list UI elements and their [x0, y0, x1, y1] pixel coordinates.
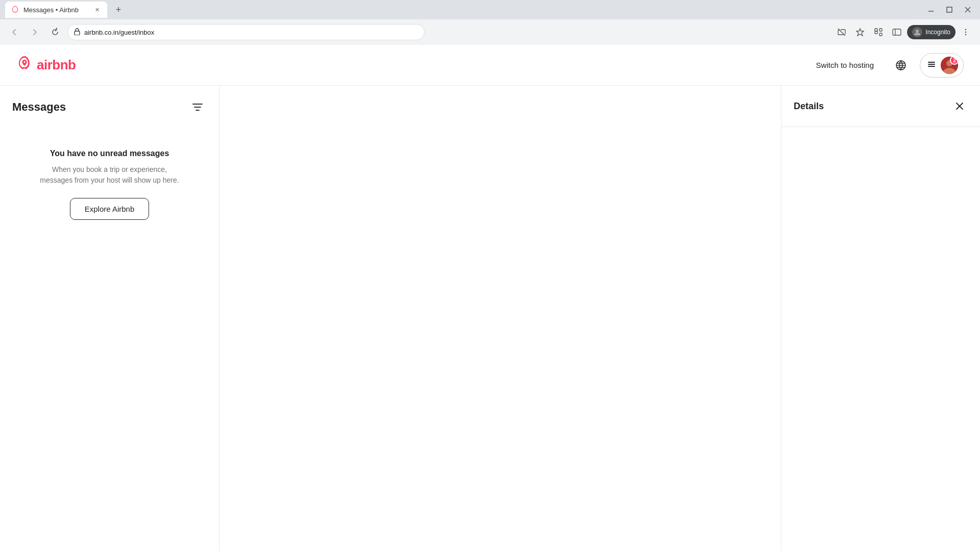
- browser-titlebar: Messages • Airbnb ✕ +: [0, 0, 980, 19]
- extensions-icon[interactable]: [870, 24, 887, 40]
- refresh-button[interactable]: [47, 24, 63, 40]
- messages-panel: Messages You have no unread messages Whe…: [0, 86, 219, 551]
- close-window-button[interactable]: [961, 3, 975, 17]
- svg-marker-6: [856, 29, 864, 36]
- minimize-button[interactable]: [924, 3, 938, 17]
- tab-favicon: [11, 6, 19, 14]
- language-selector-button[interactable]: [890, 55, 912, 76]
- star-icon[interactable]: [852, 24, 868, 40]
- hamburger-icon: [927, 60, 936, 70]
- incognito-label: Incognito: [925, 29, 950, 36]
- tab-title: Messages • Airbnb: [23, 6, 79, 14]
- svg-rect-11: [893, 29, 901, 35]
- address-bar[interactable]: airbnb.co.in/guest/inbox: [67, 24, 425, 40]
- camera-off-icon[interactable]: [834, 24, 850, 40]
- switch-to-hosting-button[interactable]: Switch to hosting: [808, 56, 882, 74]
- airbnb-logo-icon: [16, 55, 33, 76]
- window-controls: [924, 3, 975, 17]
- messages-panel-title: Messages: [12, 101, 66, 114]
- airbnb-header: airbnb Switch to hosting: [0, 45, 980, 86]
- svg-rect-10: [875, 29, 877, 31]
- airbnb-nav-right: Switch to hosting: [808, 53, 964, 78]
- empty-messages-state: You have no unread messages When you boo…: [8, 129, 211, 240]
- maximize-button[interactable]: [942, 3, 957, 17]
- svg-rect-4: [75, 31, 80, 35]
- new-tab-button[interactable]: +: [111, 3, 126, 17]
- profile-avatar: 2: [941, 57, 958, 74]
- svg-rect-8: [879, 29, 882, 31]
- details-close-button[interactable]: [951, 98, 968, 114]
- details-panel: Details: [781, 86, 980, 551]
- details-header: Details: [781, 86, 980, 127]
- lock-icon: [74, 28, 80, 37]
- middle-content-area: [219, 86, 781, 551]
- empty-messages-title: You have no unread messages: [50, 149, 169, 158]
- airbnb-logo[interactable]: airbnb: [16, 55, 76, 76]
- svg-rect-1: [947, 7, 952, 12]
- svg-point-13: [916, 30, 919, 33]
- url-text: airbnb.co.in/guest/inbox: [84, 29, 154, 36]
- incognito-badge[interactable]: Incognito: [907, 25, 955, 39]
- tab-close-button[interactable]: ✕: [93, 6, 101, 14]
- svg-rect-9: [879, 33, 882, 36]
- messages-header: Messages: [8, 98, 211, 116]
- browser-menu-button[interactable]: [958, 24, 974, 40]
- explore-airbnb-button[interactable]: Explore Airbnb: [70, 198, 150, 220]
- svg-rect-7: [875, 31, 877, 34]
- browser-actions: Incognito: [834, 24, 974, 40]
- filter-button[interactable]: [188, 98, 207, 116]
- back-button[interactable]: [6, 24, 22, 40]
- sidebar-icon[interactable]: [889, 24, 905, 40]
- airbnb-logo-text: airbnb: [37, 57, 76, 73]
- svg-point-15: [965, 32, 967, 33]
- browser-chrome: Messages • Airbnb ✕ +: [0, 0, 980, 45]
- main-area: Messages You have no unread messages Whe…: [0, 86, 980, 551]
- svg-point-16: [965, 34, 967, 36]
- details-panel-title: Details: [794, 101, 824, 112]
- incognito-avatar-icon: [912, 27, 922, 37]
- page-content: airbnb Switch to hosting: [0, 45, 980, 551]
- browser-tab[interactable]: Messages • Airbnb ✕: [5, 2, 107, 18]
- menu-profile-button[interactable]: 2: [920, 53, 964, 78]
- empty-messages-subtitle: When you book a trip or experience,messa…: [40, 164, 179, 186]
- browser-addressbar: airbnb.co.in/guest/inbox Incognito: [0, 19, 980, 45]
- notification-badge: 2: [950, 57, 958, 65]
- svg-point-14: [965, 29, 967, 31]
- forward-button[interactable]: [27, 24, 43, 40]
